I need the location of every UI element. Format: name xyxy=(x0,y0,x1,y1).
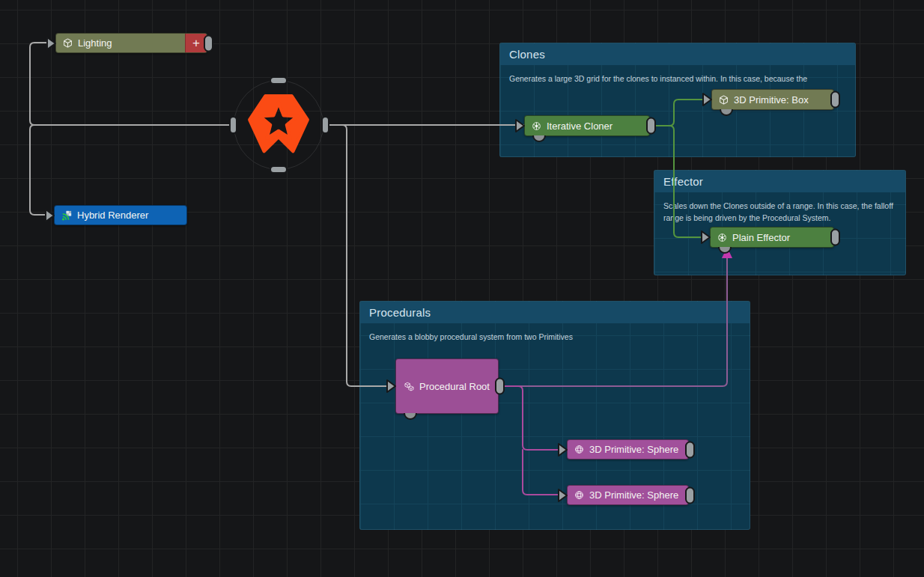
group-effector-header[interactable]: Effector xyxy=(654,171,905,192)
gear-icon xyxy=(717,233,727,242)
group-procedurals-description: Generates a blobby procedural system fro… xyxy=(360,323,750,344)
group-procedurals-title: Procedurals xyxy=(369,306,431,319)
primitive-sphere-2-input-port[interactable] xyxy=(556,487,569,504)
lighting-input-port[interactable] xyxy=(45,35,58,52)
primitive-sphere-1-output-port[interactable] xyxy=(685,441,695,458)
node-3d-primitive-box[interactable]: 3D Primitive: Box xyxy=(711,89,834,110)
iterative-cloner-input-port[interactable] xyxy=(514,117,526,134)
procedural-root-label: Procedural Root xyxy=(419,381,490,392)
node-procedural-root[interactable]: Procedural Root xyxy=(395,358,499,414)
node-3d-primitive-sphere-1[interactable]: 3D Primitive: Sphere xyxy=(567,439,689,460)
primitive-sphere-1-label: 3D Primitive: Sphere xyxy=(589,444,678,455)
gear-icon xyxy=(532,121,541,131)
core-node-port-right[interactable] xyxy=(321,116,329,134)
cube-icon xyxy=(719,95,729,105)
plain-effector-label: Plain Effector xyxy=(732,232,790,243)
wire-core-to-lighting[interactable] xyxy=(30,43,234,125)
node-hybrid-renderer[interactable]: Hybrid Renderer xyxy=(54,205,187,225)
primitive-box-input-port[interactable] xyxy=(701,91,714,108)
node-lighting[interactable]: Lighting + xyxy=(55,33,207,53)
lighting-label: Lighting xyxy=(78,37,112,49)
cubes-icon xyxy=(404,382,414,391)
node-iterative-cloner[interactable]: Iterative Cloner xyxy=(524,115,650,136)
node-graph-canvas[interactable]: Clones Generates a large 3D grid for the… xyxy=(0,0,924,577)
core-node[interactable] xyxy=(246,92,311,161)
core-node-port-bottom[interactable] xyxy=(270,165,288,174)
plain-effector-input-port[interactable] xyxy=(699,229,712,245)
group-effector-title: Effector xyxy=(663,175,703,188)
iterative-cloner-label: Iterative Cloner xyxy=(547,120,613,132)
procedural-root-output-port[interactable] xyxy=(495,378,505,395)
plain-effector-output-port[interactable] xyxy=(830,229,840,246)
lighting-output-port[interactable] xyxy=(204,34,213,52)
core-node-port-top[interactable] xyxy=(270,76,288,85)
primitive-sphere-2-output-port[interactable] xyxy=(685,486,695,504)
primitive-box-label: 3D Primitive: Box xyxy=(734,94,809,106)
group-procedurals-header[interactable]: Procedurals xyxy=(360,302,750,323)
iterative-cloner-output-port[interactable] xyxy=(646,117,656,135)
cube-icon xyxy=(63,38,73,48)
group-clones-header[interactable]: Clones xyxy=(500,43,855,65)
primitive-sphere-2-label: 3D Primitive: Sphere xyxy=(589,489,678,501)
group-clones-description: Generates a large 3D grid for the clones… xyxy=(500,65,855,85)
sphere-icon xyxy=(574,445,584,454)
procedural-root-input-port[interactable] xyxy=(385,378,398,394)
group-effector[interactable]: Effector Scales down the Clones outside … xyxy=(654,170,906,275)
sphere-icon xyxy=(574,490,584,500)
wire-core-to-hybrid-renderer[interactable] xyxy=(30,125,234,215)
group-clones-title: Clones xyxy=(509,48,545,61)
hybrid-renderer-input-port[interactable] xyxy=(43,207,56,224)
node-3d-primitive-sphere-2[interactable]: 3D Primitive: Sphere xyxy=(567,485,689,505)
primitive-sphere-1-input-port[interactable] xyxy=(556,442,569,458)
core-node-port-left[interactable] xyxy=(229,116,237,134)
hybrid-renderer-label: Hybrid Renderer xyxy=(77,210,148,221)
node-plain-effector[interactable]: Plain Effector xyxy=(710,227,834,248)
group-effector-description: Scales down the Clones outside of a rang… xyxy=(654,192,905,225)
render-icon xyxy=(61,210,72,221)
primitive-box-output-port[interactable] xyxy=(830,91,840,109)
